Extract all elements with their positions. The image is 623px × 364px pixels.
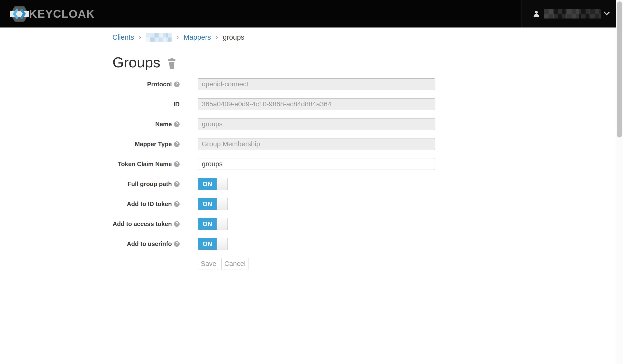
help-icon[interactable]: ?: [174, 82, 179, 87]
keycloak-logo-text: KEYCLOAK: [29, 7, 95, 21]
field-control: [198, 118, 435, 130]
field-label-group: Add to userinfo ?: [112, 240, 179, 247]
keycloak-logo[interactable]: KEYCLOAK: [10, 5, 95, 22]
scrollbar-thumb[interactable]: [617, 1, 622, 137]
field-row-id: ID: [112, 98, 435, 110]
toggle-on-label: ON: [198, 218, 217, 230]
field-row-protocol: Protocol ?: [112, 78, 435, 90]
toggle-handle[interactable]: [217, 178, 227, 190]
field-control: ON: [198, 198, 228, 210]
add-to-id-token-toggle[interactable]: ON: [198, 198, 228, 210]
field-label: Mapper Type: [135, 141, 172, 148]
field-control: [198, 78, 435, 90]
field-control: ON: [198, 218, 228, 230]
breadcrumb-separator: ›: [139, 33, 141, 42]
field-row-add-to-id-token: Add to ID token ? ON: [112, 198, 435, 210]
token-claim-name-input[interactable]: [198, 158, 435, 170]
save-button[interactable]: Save: [198, 258, 219, 270]
field-control: ON: [198, 178, 228, 190]
help-icon[interactable]: ?: [174, 161, 179, 167]
field-label: ID: [174, 101, 179, 108]
breadcrumb-separator: ›: [216, 33, 218, 42]
help-icon[interactable]: ?: [174, 241, 179, 247]
cancel-button[interactable]: Cancel: [222, 258, 248, 270]
top-navbar: KEYCLOAK: [0, 0, 616, 27]
toggle-handle[interactable]: [217, 218, 227, 230]
breadcrumb-mappers-link[interactable]: Mappers: [183, 33, 211, 41]
scrollbar-track: [616, 0, 623, 364]
field-label: Full group path: [128, 181, 172, 188]
field-label-group: Name ?: [112, 121, 179, 128]
toggle-handle[interactable]: [217, 238, 227, 250]
help-icon[interactable]: ?: [174, 221, 179, 227]
field-row-name: Name ?: [112, 118, 435, 130]
chevron-down-icon: [603, 11, 610, 16]
field-row-add-to-userinfo: Add to userinfo ? ON: [112, 238, 435, 250]
toggle-on-label: ON: [198, 178, 217, 190]
field-control: [198, 158, 435, 170]
mapper-type-input: [198, 138, 435, 150]
field-label: Add to ID token: [127, 200, 172, 208]
mapper-form: Protocol ? ID Name ? Mapper Type ? Token…: [112, 78, 435, 250]
field-label: Token Claim Name: [118, 161, 172, 168]
breadcrumb-clients-link[interactable]: Clients: [112, 33, 134, 41]
protocol-input: [198, 78, 435, 90]
field-label-group: Full group path ?: [112, 181, 179, 188]
field-row-add-to-access-token: Add to access token ? ON: [112, 218, 435, 230]
help-icon[interactable]: ?: [174, 141, 179, 147]
breadcrumb-current: groups: [223, 33, 244, 41]
add-to-userinfo-toggle[interactable]: ON: [198, 238, 228, 250]
field-control: [198, 138, 435, 150]
add-to-access-token-toggle[interactable]: ON: [198, 218, 228, 230]
field-label-group: Add to ID token ?: [112, 200, 179, 208]
field-label-group: Protocol ?: [112, 81, 179, 88]
id-input: [198, 98, 435, 110]
help-icon[interactable]: ?: [174, 181, 179, 187]
toggle-on-label: ON: [198, 198, 217, 210]
breadcrumb-separator: ›: [176, 33, 179, 42]
page-title: Groups: [112, 54, 160, 71]
field-row-full-group-path: Full group path ? ON: [112, 178, 435, 190]
field-label-group: ID: [112, 101, 179, 108]
field-control: ON: [198, 238, 228, 250]
main-content: Clients › › Mappers › groups Groups Prot…: [112, 33, 435, 270]
form-actions: Save Cancel: [198, 258, 435, 270]
redacted-username: [544, 9, 601, 19]
field-label-group: Add to access token ?: [112, 220, 179, 228]
field-label-group: Token Claim Name ?: [112, 161, 179, 168]
field-label: Add to userinfo: [127, 240, 172, 247]
user-icon: [533, 10, 540, 18]
delete-mapper-button[interactable]: [167, 58, 177, 69]
user-menu[interactable]: [522, 0, 616, 27]
toggle-handle[interactable]: [217, 198, 227, 210]
field-row-token-claim-name: Token Claim Name ?: [112, 158, 435, 170]
toggle-on-label: ON: [198, 238, 217, 250]
redacted-client-name[interactable]: [146, 33, 172, 42]
field-control: [198, 98, 435, 110]
keycloak-hexagon-icon: [10, 6, 29, 22]
field-label: Add to access token: [113, 220, 172, 228]
help-icon[interactable]: ?: [174, 121, 179, 127]
name-input: [198, 118, 435, 130]
field-label: Name: [155, 121, 172, 128]
field-label: Protocol: [147, 81, 172, 88]
breadcrumb: Clients › › Mappers › groups: [112, 33, 435, 42]
field-label-group: Mapper Type ?: [112, 141, 179, 148]
help-icon[interactable]: ?: [174, 201, 179, 207]
field-row-mapper-type: Mapper Type ?: [112, 138, 435, 150]
full-group-path-toggle[interactable]: ON: [198, 178, 228, 190]
